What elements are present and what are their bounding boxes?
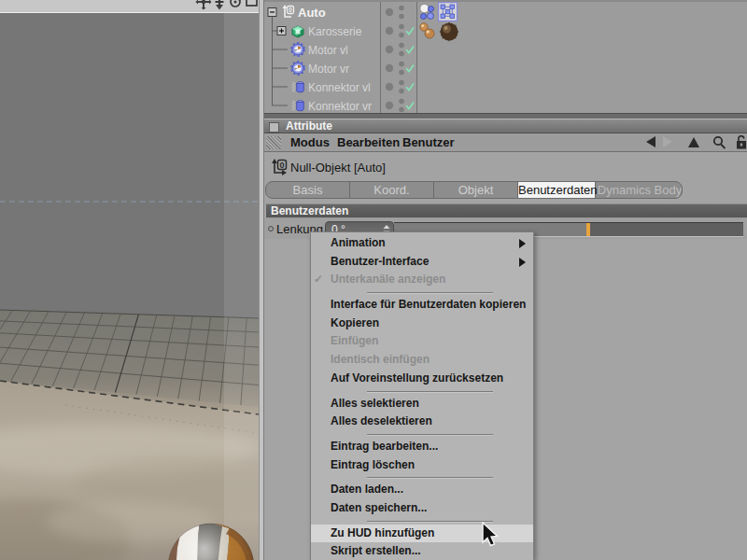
svg-text:0: 0	[289, 7, 292, 13]
svg-text:0: 0	[279, 161, 284, 170]
